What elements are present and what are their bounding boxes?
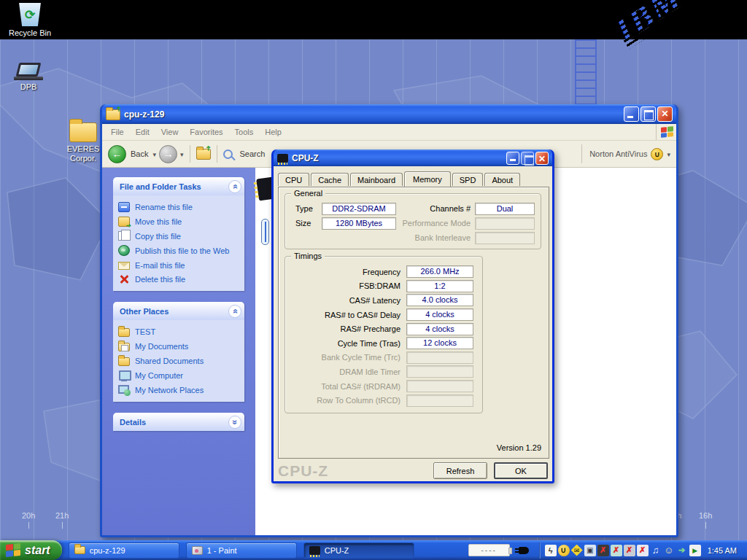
start-button[interactable]: start	[0, 540, 62, 560]
place-shared-documents[interactable]: Shared Documents	[118, 356, 239, 366]
details-panel: Details	[113, 413, 244, 431]
field-label: Channels #	[389, 204, 471, 213]
place-my-computer[interactable]: My Computer	[118, 370, 239, 381]
taskbar-task-label: cpu-z-129	[90, 546, 125, 555]
timezone-label-21h: 21h	[55, 511, 69, 529]
menu-item[interactable]: Tools	[229, 125, 260, 139]
place-item-label: TEST	[135, 327, 155, 336]
task-item-icon	[118, 202, 130, 212]
desktop-icon-dpb[interactable]: DPB	[1, 63, 55, 92]
ok-button[interactable]: OK	[494, 462, 548, 479]
task-item-icon	[118, 274, 130, 284]
place-my-documents[interactable]: My Documents	[118, 341, 239, 351]
tab-memory[interactable]: Memory	[404, 171, 451, 187]
forward-button[interactable]: →	[159, 145, 177, 163]
explorer-titlebar[interactable]: cpu-z-129	[102, 104, 676, 124]
task-rename-this-file[interactable]: Rename this file	[118, 202, 239, 212]
menu-item[interactable]: View	[155, 125, 185, 139]
other-places-panel: Other Places TEST	[113, 302, 244, 402]
taskbar-clock: 1:45 AM	[708, 546, 737, 555]
device-error-icon[interactable]: ✗	[624, 545, 635, 556]
mixer-muted-icon[interactable]: ✗	[597, 545, 609, 556]
search-icon[interactable]	[223, 149, 233, 159]
minimize-button[interactable]	[506, 152, 519, 165]
norton-antivirus-icon[interactable]: ∪	[651, 148, 663, 160]
minimize-button[interactable]	[624, 106, 639, 122]
maximize-button[interactable]	[640, 106, 656, 122]
tab-spd[interactable]: SPD	[452, 173, 484, 186]
timing-value: 12 clocks	[406, 337, 473, 349]
tab-mainboard[interactable]: Mainboard	[350, 173, 403, 186]
menu-item[interactable]: Edit	[130, 125, 155, 139]
volume-icon[interactable]: ♫	[650, 545, 662, 556]
explorer-window-icon	[106, 109, 120, 120]
field-label: Size	[295, 219, 322, 228]
cpuz-titlebar[interactable]: CPU-Z	[274, 149, 552, 166]
windows-flag-icon	[6, 543, 20, 557]
ghost-icon[interactable]: ☺	[663, 545, 675, 556]
network-connection-icon[interactable]: ▣	[584, 545, 596, 556]
version-text: Version 1.29	[497, 443, 541, 452]
close-button[interactable]	[657, 106, 673, 122]
status-offline-icon[interactable]: ✗	[611, 545, 622, 556]
collapse-chevron-icon[interactable]	[228, 305, 241, 318]
close-button[interactable]	[535, 152, 549, 165]
taskbar-task-icon	[309, 546, 320, 555]
taskbar-task-label: CPU-Z	[325, 546, 349, 555]
maximize-button[interactable]	[521, 152, 534, 165]
forward-dropdown-icon[interactable]	[180, 149, 184, 158]
collapse-chevron-icon[interactable]	[228, 180, 241, 193]
desktop-icon-recycle-bin[interactable]: ⟳ Recycle Bin	[3, 3, 57, 38]
task-publish-this-file[interactable]: Publish this file to the Web	[118, 245, 239, 256]
search-button-label[interactable]: Search	[240, 149, 266, 158]
menu-item[interactable]: File	[105, 125, 130, 139]
tab-about[interactable]: About	[484, 173, 520, 186]
tab-cache[interactable]: Cache	[311, 173, 349, 186]
expand-chevron-icon[interactable]	[228, 416, 241, 429]
other-places-panel-header[interactable]: Other Places	[113, 302, 244, 320]
file-tasks-panel-header[interactable]: File and Folder Tasks	[113, 177, 244, 195]
explorer-window-title: cpu-z-129	[124, 109, 620, 120]
place-item-label: My Network Places	[135, 386, 204, 394]
details-panel-header[interactable]: Details	[113, 413, 244, 431]
field-value	[475, 217, 535, 230]
lightning-icon[interactable]: ϟ	[545, 545, 557, 556]
task-item-label: Publish this file to the Web	[135, 246, 229, 255]
taskbar-task-paint[interactable]: 1 - Paint	[186, 542, 297, 559]
timing-value: 1:2	[406, 280, 473, 292]
folder-icon	[69, 122, 97, 142]
recorder-icon[interactable]: ▶	[689, 545, 701, 556]
taskbar-task-cpu-z-129[interactable]: cpu-z-129	[69, 542, 179, 559]
menu-item[interactable]: Help	[259, 125, 287, 139]
task-item-label: Copy this file	[135, 232, 181, 241]
timing-label: Frequency	[290, 268, 400, 276]
place-my-network-places[interactable]: My Network Places	[118, 385, 239, 395]
menu-item[interactable]: Favorites	[184, 125, 228, 139]
task-move-this-file[interactable]: Move this file	[118, 217, 239, 227]
mail-alert-icon[interactable]: ✉	[571, 545, 583, 556]
general-groupbox: General Type DDR2-SDRAM Size 1280 MBytes	[285, 193, 541, 249]
back-button[interactable]: ←	[108, 145, 126, 163]
timing-label: Total CAS# (tRDRAM)	[290, 382, 400, 391]
timing-value: 266.0 MHz	[406, 265, 473, 278]
file-icon[interactable]	[261, 219, 269, 245]
windows-logo-icon	[661, 126, 673, 138]
place-test[interactable]: TEST	[118, 327, 239, 337]
refresh-button[interactable]: Refresh	[433, 462, 487, 479]
norton-antivirus-icon[interactable]: ∪	[558, 545, 570, 556]
norton-dropdown-icon[interactable]	[667, 149, 670, 158]
field-label: Performance Mode	[389, 219, 471, 228]
tab-cpu[interactable]: CPU	[278, 173, 309, 186]
task-item-icon	[118, 262, 130, 270]
taskbar-task-cpu-z[interactable]: CPU-Z	[303, 542, 414, 559]
task-delete-this-file[interactable]: Delete this file	[118, 274, 239, 284]
up-one-level-button[interactable]	[196, 149, 211, 160]
updater-icon[interactable]: ➔	[676, 545, 688, 556]
remote-muted-icon[interactable]: ✗	[637, 545, 649, 556]
back-dropdown-icon[interactable]	[152, 149, 156, 158]
task-email-this-file[interactable]: E-mail this file	[118, 260, 239, 270]
task-copy-this-file[interactable]: Copy this file	[118, 231, 239, 241]
place-item-label: My Documents	[135, 342, 188, 351]
timing-value: 4.0 clocks	[406, 294, 473, 306]
timing-label: CAS# Latency	[290, 296, 400, 305]
